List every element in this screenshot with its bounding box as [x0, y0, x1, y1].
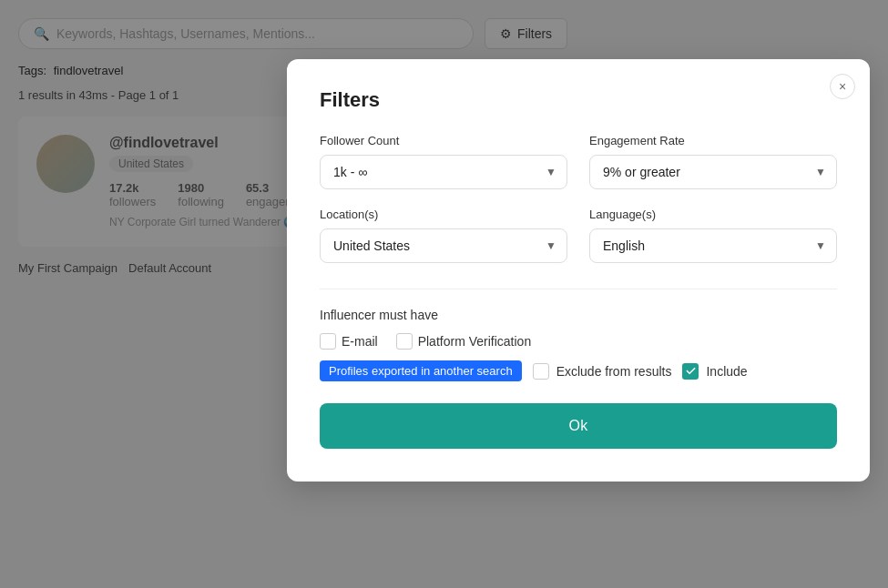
- languages-label: Language(s): [589, 208, 837, 221]
- follower-count-select-wrapper: 1k - ∞ Any 10k+ 100k+ 1M+ ▼: [320, 155, 567, 189]
- include-row: Include: [682, 363, 747, 380]
- engagement-rate-label: Engagement Rate: [589, 134, 837, 147]
- profiles-section: Profiles exported in another search Excl…: [320, 360, 748, 381]
- close-button[interactable]: ×: [830, 74, 855, 99]
- engagement-rate-group: Engagement Rate 9% or greater Any 1% or …: [589, 134, 837, 189]
- exclude-row: Exclude from results: [533, 363, 672, 380]
- engagement-rate-select[interactable]: 9% or greater Any 1% or greater 3% or gr…: [589, 155, 837, 189]
- divider: [320, 289, 837, 289]
- exclude-label: Exclude from results: [556, 364, 672, 379]
- include-label: Include: [706, 364, 747, 379]
- platform-verification-checkbox-item[interactable]: Platform Verification: [396, 333, 532, 350]
- include-checkbox[interactable]: [682, 363, 699, 380]
- ok-button[interactable]: Ok: [320, 403, 837, 449]
- exclude-checkbox[interactable]: [533, 363, 549, 380]
- modal-title: Filters: [320, 88, 837, 112]
- filters-modal: × Filters Follower Count 1k - ∞ Any 10k+…: [287, 59, 870, 482]
- locations-label: Location(s): [320, 208, 567, 221]
- follower-count-select[interactable]: 1k - ∞ Any 10k+ 100k+ 1M+: [320, 155, 567, 189]
- filters-grid: Follower Count 1k - ∞ Any 10k+ 100k+ 1M+…: [320, 134, 837, 263]
- engagement-rate-select-wrapper: 9% or greater Any 1% or greater 3% or gr…: [589, 155, 837, 189]
- influencer-must-have-label: Influencer must have: [320, 308, 837, 322]
- email-checkbox[interactable]: [320, 333, 336, 350]
- languages-group: Language(s) English Spanish French Germa…: [589, 208, 837, 263]
- must-have-section: Influencer must have E-mail Platform Ver…: [320, 308, 837, 381]
- languages-select[interactable]: English Spanish French German: [589, 228, 837, 263]
- email-checkbox-item[interactable]: E-mail: [320, 333, 378, 350]
- profiles-badge: Profiles exported in another search: [320, 360, 522, 381]
- languages-select-wrapper: English Spanish French German ▼: [589, 228, 837, 263]
- locations-select[interactable]: United States United Kingdom Canada Aust…: [320, 228, 567, 263]
- overlay: × Filters Follower Count 1k - ∞ Any 10k+…: [0, 0, 888, 588]
- must-have-left: Influencer must have E-mail Platform Ver…: [320, 308, 837, 350]
- follower-count-group: Follower Count 1k - ∞ Any 10k+ 100k+ 1M+…: [320, 134, 567, 189]
- platform-verification-label: Platform Verification: [418, 334, 532, 349]
- checkboxes-row: E-mail Platform Verification: [320, 333, 837, 350]
- follower-count-label: Follower Count: [320, 134, 567, 147]
- locations-group: Location(s) United States United Kingdom…: [320, 208, 567, 263]
- locations-select-wrapper: United States United Kingdom Canada Aust…: [320, 228, 567, 263]
- platform-verification-checkbox[interactable]: [396, 333, 413, 350]
- email-label: E-mail: [342, 334, 378, 349]
